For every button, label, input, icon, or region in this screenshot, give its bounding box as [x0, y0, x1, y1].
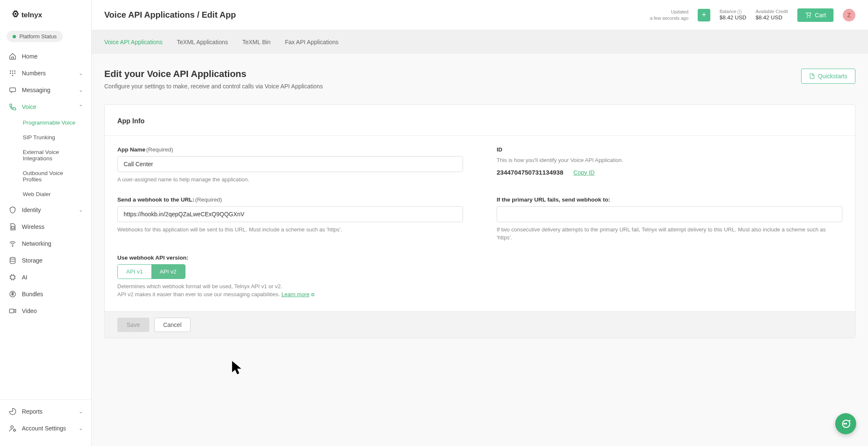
sidebar-item-voice[interactable]: Voice ⌃	[0, 98, 91, 115]
svg-point-11	[12, 246, 13, 247]
app-name-help: A user-assigned name to help manage the …	[117, 175, 463, 184]
chat-icon	[840, 418, 851, 429]
balance-amount: $8.42 USD	[720, 14, 746, 21]
brand-logo[interactable]: telnyx	[0, 9, 91, 31]
nav-label: Voice	[22, 104, 36, 110]
divider	[105, 135, 855, 136]
sidebar-item-reports[interactable]: Reports ⌄	[0, 403, 91, 420]
failover-help: If two consecutive delivery attempts to …	[497, 226, 842, 242]
sidebar-sub-programmable-voice[interactable]: Programmable Voice	[0, 115, 91, 130]
quickstarts-button[interactable]: Quickstarts	[801, 69, 855, 84]
api-version-help: Determines which webhook format will be …	[117, 282, 463, 299]
chevron-down-icon: ⌄	[79, 409, 83, 414]
add-button[interactable]: +	[698, 9, 710, 21]
pie-icon	[8, 407, 17, 416]
svg-point-3	[12, 70, 13, 72]
learn-more-link[interactable]: Learn more⧉	[281, 291, 314, 297]
svg-point-16	[11, 426, 13, 428]
webhook-help: Webhooks for this application will be se…	[117, 226, 463, 234]
app-name-label: App Name(Required)	[117, 146, 463, 153]
platform-status[interactable]: Platform Status	[7, 31, 63, 42]
svg-point-8	[12, 75, 13, 76]
video-icon	[8, 307, 17, 315]
chevron-up-icon: ⌃	[79, 104, 83, 110]
sidebar-sub-external-voice[interactable]: External Voice Integrations	[0, 145, 91, 166]
credit-amount: $8.42 USD	[756, 14, 788, 21]
nav-label: Wireless	[22, 223, 45, 230]
tab-texml-bin[interactable]: TeXML Bin	[242, 39, 270, 45]
credit-block: Available Credit $8.42 USD	[756, 8, 788, 21]
sidebar-sub-web-dialer[interactable]: Web Dialer	[0, 187, 91, 202]
tabs: Voice API Applications TeXML Application…	[92, 30, 868, 54]
sidebar-item-bundles[interactable]: Bundles	[0, 286, 91, 303]
app-info-card: App Info App Name(Required) A user-assig…	[104, 104, 855, 338]
cancel-button[interactable]: Cancel	[154, 318, 191, 332]
id-value: 2344704750731134938	[497, 169, 564, 176]
api-version-label: Use webhook API version:	[117, 255, 463, 261]
message-icon	[8, 86, 17, 94]
svg-point-19	[846, 423, 847, 424]
document-icon	[809, 73, 815, 79]
svg-point-12	[10, 258, 15, 260]
updated-time: a few seconds ago	[650, 15, 688, 21]
nav-label: Storage	[22, 257, 42, 264]
credit-label: Available Credit	[756, 8, 788, 14]
api-v2-button[interactable]: API v2	[151, 265, 185, 279]
cart-icon	[805, 12, 812, 19]
nav-label: Bundles	[22, 291, 43, 297]
svg-point-0	[15, 13, 17, 15]
updated-block: Updated a few seconds ago	[650, 9, 688, 21]
sim-icon	[8, 223, 17, 231]
failover-url-input[interactable]	[497, 206, 842, 222]
help-icon[interactable]: ?	[737, 10, 742, 14]
sidebar-item-messaging[interactable]: Messaging ⌄	[0, 82, 91, 98]
api-v1-button[interactable]: API v1	[118, 265, 151, 279]
api-version-toggle: API v1 API v2	[117, 264, 185, 279]
svg-rect-10	[12, 226, 14, 228]
sidebar-sub-outbound-profiles[interactable]: Outbound Voice Profiles	[0, 166, 91, 187]
svg-point-2	[10, 70, 11, 72]
cart-button[interactable]: Cart	[797, 8, 834, 22]
webhook-url-input[interactable]	[117, 206, 463, 222]
sidebar-item-networking[interactable]: Networking	[0, 235, 91, 252]
chip-icon	[8, 273, 17, 281]
sidebar-item-account-settings[interactable]: Account Settings ⌄	[0, 420, 91, 437]
sidebar: telnyx Platform Status Home Numbers ⌄ Me…	[0, 0, 92, 446]
sidebar-item-video[interactable]: Video	[0, 303, 91, 319]
sidebar-item-home[interactable]: Home	[0, 48, 91, 65]
dollar-icon	[8, 290, 17, 298]
sidebar-item-identity[interactable]: Identity ⌄	[0, 202, 91, 218]
nav-label: Home	[22, 53, 37, 60]
topbar: Voice API Applications / Edit App Update…	[92, 0, 868, 30]
tab-texml-applications[interactable]: TeXML Applications	[177, 39, 228, 45]
nav-label: Account Settings	[22, 425, 66, 432]
id-help: This is how you'll identify your Voice A…	[497, 156, 842, 165]
sidebar-sub-sip-trunking[interactable]: SIP Trunking	[0, 130, 91, 145]
main-area: Voice API Applications / Edit App Update…	[92, 0, 868, 446]
copy-id-link[interactable]: Copy ID	[573, 169, 595, 176]
svg-point-5	[10, 73, 11, 74]
sidebar-item-storage[interactable]: Storage	[0, 252, 91, 269]
section-title: App Info	[117, 117, 842, 125]
svg-text:telnyx: telnyx	[21, 11, 42, 19]
svg-rect-13	[11, 276, 15, 279]
updated-label: Updated	[650, 9, 688, 15]
svg-point-7	[14, 73, 16, 74]
failover-url-label: If the primary URL fails, send webhook t…	[497, 196, 842, 203]
app-name-input[interactable]	[117, 156, 463, 172]
svg-rect-15	[10, 309, 14, 313]
status-label: Platform Status	[19, 33, 57, 40]
sidebar-item-numbers[interactable]: Numbers ⌄	[0, 65, 91, 82]
chevron-down-icon: ⌄	[79, 87, 83, 93]
chat-fab-button[interactable]	[835, 413, 856, 434]
sidebar-item-ai[interactable]: AI	[0, 269, 91, 286]
tab-fax-api-applications[interactable]: Fax API Applications	[285, 39, 339, 45]
nav-label: Video	[22, 308, 37, 314]
dialpad-icon	[8, 69, 17, 77]
svg-point-18	[844, 423, 845, 424]
nav-label: Numbers	[22, 70, 46, 77]
tab-voice-api-applications[interactable]: Voice API Applications	[104, 39, 163, 45]
save-button[interactable]: Save	[117, 318, 149, 332]
avatar[interactable]: Z	[843, 9, 855, 21]
sidebar-item-wireless[interactable]: Wireless	[0, 218, 91, 235]
